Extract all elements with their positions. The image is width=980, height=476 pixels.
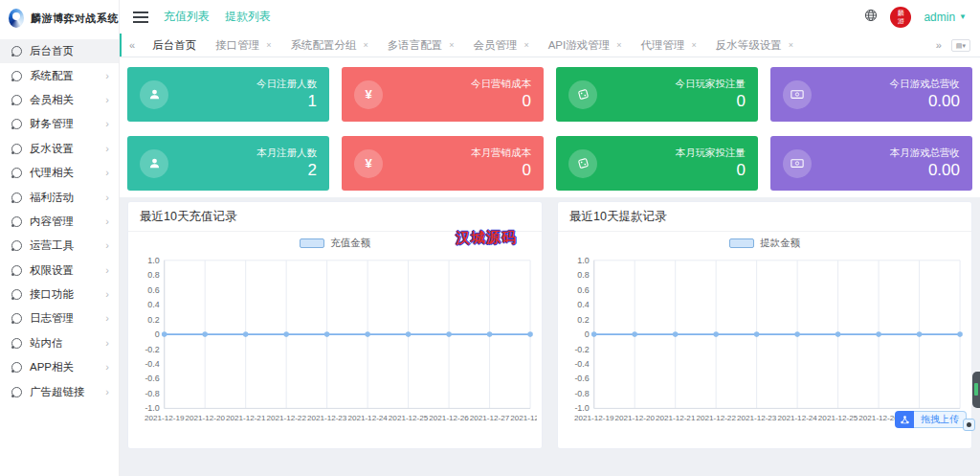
edge-toolbar-handle[interactable] <box>972 372 980 408</box>
menu-bullet-icon <box>11 289 22 300</box>
banknote-icon <box>783 80 812 109</box>
tab-close-icon[interactable]: × <box>266 41 271 50</box>
person-icon <box>140 149 168 178</box>
menu-bullet-icon <box>11 387 22 397</box>
sidebar-item-12[interactable]: 站内信 › <box>0 331 119 355</box>
svg-text:2021-12-21: 2021-12-21 <box>656 414 696 422</box>
withdraw-legend[interactable]: 提款金额 <box>563 235 967 252</box>
recharge-panel-title: 最近10天充值记录 <box>128 202 542 232</box>
tab-close-icon[interactable]: × <box>363 41 368 50</box>
menu-bullet-icon <box>11 362 22 373</box>
language-globe-icon[interactable] <box>864 9 878 26</box>
sidebar-item-7[interactable]: 内容管理 › <box>0 210 119 234</box>
sidebar-item-3[interactable]: 财务管理 › <box>0 112 119 136</box>
tab-5[interactable]: API游戏管理 × <box>548 38 622 53</box>
sidebar-item-6[interactable]: 福利活动 › <box>0 185 119 209</box>
menu-bullet-icon <box>11 71 22 81</box>
hamburger-menu-icon[interactable] <box>133 11 148 23</box>
sidebar-item-11[interactable]: 日志管理 › <box>0 306 119 330</box>
sidebar-item-0[interactable]: 后台首页 › <box>0 39 119 63</box>
tab-close-icon[interactable]: × <box>616 41 621 50</box>
tab-7[interactable]: 反水等级设置 × <box>716 38 793 53</box>
svg-text:-0.2: -0.2 <box>574 345 589 354</box>
svg-text:0.2: 0.2 <box>147 315 159 325</box>
main-area: 充值列表 提款列表 麟游 admin ▼ « 后台首页 接口管理 × 系统配置分… <box>120 0 980 476</box>
menu-bullet-icon <box>11 193 22 203</box>
tab-2[interactable]: 系统配置分组 × <box>290 38 368 53</box>
user-avatar[interactable]: 麟游 <box>890 7 911 28</box>
tabbar: « 后台首页 接口管理 × 系统配置分组 × 多语言配置 × 会员管理 × AP… <box>120 34 980 57</box>
app-logo-icon <box>9 9 24 28</box>
svg-text:0: 0 <box>585 329 590 339</box>
withdraw-panel-title: 最近10天提款记录 <box>558 202 971 232</box>
svg-text:1.0: 1.0 <box>147 256 159 265</box>
username-label: admin <box>924 11 955 24</box>
topbar-link-withdraw-list[interactable]: 提款列表 <box>225 9 271 25</box>
user-dropdown[interactable]: admin ▼ <box>924 11 967 24</box>
svg-text:0.8: 0.8 <box>577 270 589 280</box>
stat-card-3: 今日游戏总营收 0.00 <box>770 67 972 122</box>
sidebar-item-5[interactable]: 代理相关 › <box>0 161 119 185</box>
tab-6[interactable]: 代理管理 × <box>641 38 697 53</box>
chevron-right-icon: › <box>105 119 109 129</box>
svg-text:0.4: 0.4 <box>577 300 589 309</box>
app-title: 麟游博弈对战系统 <box>31 11 119 26</box>
chevron-right-icon: › <box>105 313 109 324</box>
edge-widget-button[interactable] <box>963 419 975 431</box>
svg-text:1.0: 1.0 <box>577 256 589 265</box>
tab-0[interactable]: 后台首页 <box>152 38 196 53</box>
chevron-right-icon: › <box>105 71 109 81</box>
svg-text:-0.4: -0.4 <box>145 359 159 369</box>
svg-text:2021-12-27: 2021-12-27 <box>470 414 510 422</box>
menu-bullet-icon <box>11 168 22 178</box>
tab-close-icon[interactable]: × <box>692 41 697 50</box>
sidebar-item-8[interactable]: 运营工具 › <box>0 234 119 258</box>
sidebar-item-10[interactable]: 接口功能 › <box>0 283 119 306</box>
stat-card-4: 本月注册人数 2 <box>127 136 329 191</box>
sidebar: 麟游博弈对战系统 后台首页 › 系统配置 › 会员相关 › 财务管理 › 反水设… <box>0 0 120 476</box>
sidebar-item-4[interactable]: 反水设置 › <box>0 137 119 161</box>
tabs-scroll-left-icon[interactable]: « <box>122 40 143 51</box>
menu-bullet-icon <box>11 313 22 324</box>
dice-icon <box>568 149 597 178</box>
chevron-right-icon: › <box>105 216 109 227</box>
svg-text:0.4: 0.4 <box>147 300 159 309</box>
svg-text:-0.6: -0.6 <box>145 374 159 383</box>
charts-row: 最近10天充值记录 汉城源码 充值金额 1.00.80.60.40.20-0.2… <box>120 197 980 449</box>
dice-icon <box>568 80 597 109</box>
tabs-scroll-right-icon[interactable]: » <box>928 40 949 51</box>
sidebar-item-13[interactable]: APP相关 › <box>0 355 119 379</box>
chevron-right-icon: › <box>105 95 109 105</box>
svg-text:-0.6: -0.6 <box>574 374 589 383</box>
topbar-link-recharge-list[interactable]: 充值列表 <box>164 9 210 25</box>
stat-cards-grid: 今日注册人数 1 ¥ 今日营销成本 0 今日玩家投注量 0 今日游戏总营收 0.… <box>120 57 980 197</box>
tab-close-icon[interactable]: × <box>523 41 528 50</box>
chevron-right-icon: › <box>105 144 109 154</box>
stat-card-1: ¥ 今日营销成本 0 <box>342 67 544 122</box>
svg-text:0.6: 0.6 <box>577 285 589 295</box>
chevron-right-icon: › <box>105 193 109 203</box>
drag-upload-button[interactable]: 拖拽上传 <box>914 411 967 428</box>
svg-text:2021-12-25: 2021-12-25 <box>818 414 858 422</box>
stat-card-2: 今日玩家投注量 0 <box>556 67 758 122</box>
drag-upload-widget[interactable]: 拖拽上传 <box>895 411 967 428</box>
svg-text:2021-12-23: 2021-12-23 <box>737 414 777 422</box>
sidebar-item-9[interactable]: 权限设置 › <box>0 259 119 283</box>
recharge-chart: 1.00.80.60.40.20-0.2-0.4-0.6-0.8-1.02021… <box>133 252 537 443</box>
tab-4[interactable]: 会员管理 × <box>473 38 528 53</box>
tab-close-icon[interactable]: × <box>449 41 454 50</box>
sidebar-item-14[interactable]: 广告超链接 › <box>0 379 119 403</box>
tab-close-icon[interactable]: × <box>789 41 793 50</box>
recharge-panel: 最近10天充值记录 汉城源码 充值金额 1.00.80.60.40.20-0.2… <box>127 201 543 449</box>
sidebar-item-1[interactable]: 系统配置 › <box>0 63 119 87</box>
tabs-options-icon[interactable]: ▤▾ <box>951 39 970 52</box>
tab-1[interactable]: 接口管理 × <box>215 38 271 53</box>
sidebar-item-2[interactable]: 会员相关 › <box>0 88 119 112</box>
yen-icon: ¥ <box>354 80 383 109</box>
svg-text:2021-12-26: 2021-12-26 <box>429 414 469 422</box>
tab-3[interactable]: 多语言配置 × <box>388 38 455 53</box>
menu-bullet-icon <box>11 95 22 105</box>
svg-text:0: 0 <box>155 329 160 339</box>
svg-text:2021-12-22: 2021-12-22 <box>696 414 736 422</box>
svg-text:-0.8: -0.8 <box>574 389 589 398</box>
